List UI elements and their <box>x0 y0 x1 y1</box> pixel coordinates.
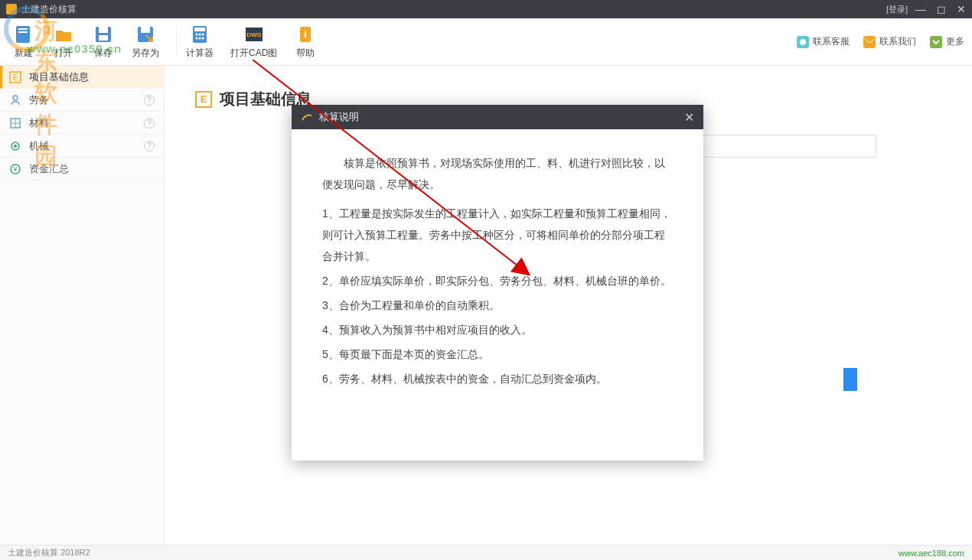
modal-title: 核算说明 <box>319 110 684 124</box>
toolbar: 新建 打开 保存 另存为 计算器 DWG 打开CAD图 i 帮助 联系客服 联系… <box>0 18 972 66</box>
save-icon <box>93 24 113 44</box>
modal-intro-text: 核算是依照预算书，对现场实际使用的工、料、机进行对照比较，以便发现问题，尽早解决… <box>322 152 673 195</box>
project-info-icon: E <box>9 71 21 83</box>
machine-icon <box>9 140 21 152</box>
help-hint-icon[interactable]: ? <box>144 95 155 106</box>
modal-item-text: 5、每页最下面是本页的资金汇总。 <box>322 343 673 365</box>
svg-rect-5 <box>99 27 108 33</box>
svg-rect-3 <box>18 31 28 33</box>
open-icon <box>54 24 73 44</box>
save-button[interactable]: 保存 <box>87 21 119 63</box>
calculator-button[interactable]: 计算器 <box>181 21 218 63</box>
minimize-button[interactable]: — <box>915 3 926 15</box>
calculator-icon <box>190 24 210 44</box>
modal-item-text: 4、预算收入为预算书中相对应项目的收入。 <box>322 319 673 340</box>
sidebar-item-label: 项目基础信息 <box>29 70 155 84</box>
svg-rect-10 <box>194 28 205 31</box>
toolbar-separator <box>176 27 177 57</box>
status-website[interactable]: www.aec188.com <box>899 549 964 558</box>
modal-item-text: 1、工程量是按实际发生的工程量计入，如实际工程量和预算工程量相同，则可计入预算工… <box>322 203 673 267</box>
modal-item-text: 3、合价为工程量和单价的自动乘积。 <box>322 295 673 316</box>
material-icon <box>9 117 21 129</box>
sidebar-item-label: 劳务 <box>29 93 144 107</box>
modal-header[interactable]: 核算说明 ✕ <box>292 105 703 129</box>
svg-point-16 <box>202 37 204 39</box>
new-icon <box>14 24 34 44</box>
help-button[interactable]: i 帮助 <box>289 21 321 63</box>
titlebar: 土建造价核算 [登录] — ◻ ✕ <box>0 0 972 18</box>
svg-text:i: i <box>305 28 308 40</box>
more-button[interactable]: 更多 <box>930 35 964 48</box>
login-link[interactable]: [登录] <box>886 4 908 15</box>
sidebar-item-labor[interactable]: 劳务 ? <box>0 89 164 112</box>
modal-icon <box>301 111 313 123</box>
labor-icon <box>9 94 21 106</box>
help-hint-icon[interactable]: ? <box>144 118 155 129</box>
app-icon <box>6 4 17 15</box>
svg-point-15 <box>199 37 201 39</box>
svg-rect-2 <box>18 28 28 30</box>
saveas-icon <box>135 24 155 44</box>
svg-point-11 <box>196 33 198 35</box>
contact-us-label: 联系我们 <box>879 35 916 48</box>
open-button[interactable]: 打开 <box>47 21 80 63</box>
svg-text:DWG: DWG <box>246 31 262 38</box>
new-label: 新建 <box>15 47 33 60</box>
statusbar: 土建造价核算 2018R2 www.aec188.com <box>0 545 972 560</box>
new-button[interactable]: 新建 <box>8 21 40 63</box>
open-label: 打开 <box>54 47 73 60</box>
open-cad-label: 打开CAD图 <box>230 47 277 60</box>
open-cad-button[interactable]: DWG 打开CAD图 <box>226 21 282 63</box>
svg-rect-0 <box>6 4 17 15</box>
help-icon: i <box>295 24 315 44</box>
modal-body: 核算是依照预算书，对现场实际使用的工、料、机进行对照比较，以便发现问题，尽早解决… <box>292 129 703 415</box>
summary-icon: ¥ <box>9 163 21 175</box>
svg-rect-6 <box>99 35 108 41</box>
cad-icon: DWG <box>244 24 264 44</box>
sidebar-item-summary[interactable]: ¥ 资金汇总 <box>0 158 164 181</box>
saveas-label: 另存为 <box>132 47 159 60</box>
saveas-button[interactable]: 另存为 <box>127 21 164 63</box>
close-button[interactable]: ✕ <box>957 3 966 15</box>
modal-item-text: 2、单价应填实际单价，即实际分包、劳务分包、材料、机械台班的单价。 <box>322 270 673 291</box>
modal-dialog: 核算说明 ✕ 核算是依照预算书，对现场实际使用的工、料、机进行对照比较，以便发现… <box>292 105 703 461</box>
app-title: 土建造价核算 <box>21 3 886 16</box>
content-header-icon: E <box>195 91 212 108</box>
help-hint-icon[interactable]: ? <box>144 141 155 151</box>
svg-point-22 <box>800 39 806 45</box>
calculator-label: 计算器 <box>186 47 214 60</box>
svg-point-32 <box>14 145 17 148</box>
sidebar-item-label: 资金汇总 <box>29 162 155 176</box>
sidebar-item-machine[interactable]: 机械 ? <box>0 135 164 158</box>
svg-point-12 <box>199 33 201 35</box>
modal-item-text: 6、劳务、材料、机械按表中的资金，自动汇总到资金项内。 <box>322 368 673 389</box>
svg-rect-23 <box>863 36 876 48</box>
sidebar-item-project-info[interactable]: E 项目基础信息 <box>0 66 164 89</box>
sidebar-item-label: 机械 <box>29 139 144 153</box>
maximize-button[interactable]: ◻ <box>937 3 946 15</box>
contact-us-button[interactable]: 联系我们 <box>863 35 916 48</box>
svg-point-14 <box>196 37 198 39</box>
sidebar-item-material[interactable]: 材料 ? <box>0 112 164 135</box>
sidebar-item-label: 材料 <box>29 116 144 130</box>
svg-point-27 <box>13 96 18 100</box>
help-label: 帮助 <box>296 47 315 60</box>
modal-close-button[interactable]: ✕ <box>684 110 694 125</box>
save-fragment[interactable] <box>843 368 857 391</box>
save-label: 保存 <box>94 47 113 60</box>
contact-service-label: 联系客服 <box>813 35 850 48</box>
envelope-icon <box>863 36 876 48</box>
svg-rect-24 <box>930 36 942 48</box>
svg-rect-8 <box>141 27 150 33</box>
svg-text:¥: ¥ <box>12 165 18 173</box>
more-icon <box>930 36 942 48</box>
svg-point-13 <box>202 33 204 35</box>
sidebar: E 项目基础信息 劳务 ? 材料 ? 机械 ? ¥ 资金汇总 <box>0 66 165 545</box>
headset-icon <box>797 36 809 48</box>
contact-service-button[interactable]: 联系客服 <box>797 35 850 48</box>
more-label: 更多 <box>946 35 964 48</box>
svg-text:E: E <box>13 73 18 82</box>
status-version: 土建造价核算 2018R2 <box>8 547 90 558</box>
